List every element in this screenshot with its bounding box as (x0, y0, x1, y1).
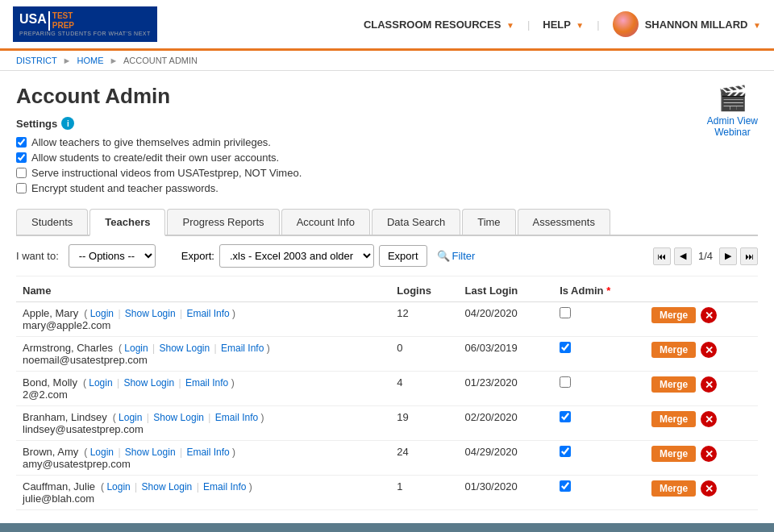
email-info-link-3[interactable]: Email Info (215, 412, 258, 423)
tabs-list: Students Teachers Progress Reports Accou… (16, 209, 758, 235)
settings-checkbox-4[interactable] (16, 183, 27, 193)
login-link-4[interactable]: Login (90, 447, 114, 458)
merge-button-5[interactable]: Merge (651, 480, 696, 497)
logins-cell-2: 4 (390, 372, 458, 406)
logins-cell-0: 12 (390, 302, 458, 337)
breadcrumb-district[interactable]: DISTRICT (16, 56, 57, 65)
email-info-link-4[interactable]: Email Info (186, 447, 229, 458)
email-info-link-2[interactable]: Email Info (185, 377, 228, 389)
last-login-cell-5: 01/30/2020 (459, 476, 554, 510)
show-login-link-2[interactable]: Show Login (123, 377, 174, 389)
email-3: lindsey@usatestprep.com (23, 423, 384, 435)
merge-button-1[interactable]: Merge (651, 342, 696, 358)
show-login-link-1[interactable]: Show Login (159, 343, 210, 354)
export-label: Export: (181, 250, 214, 262)
prev-page-button[interactable]: ◀ (674, 247, 692, 265)
last-page-button[interactable]: ⏭ (740, 247, 758, 265)
logo-area: USA TESTPREP PREPARING STUDENTS FOR WHAT… (13, 6, 157, 42)
settings-checkbox-2[interactable] (16, 152, 27, 163)
action-cell-3: Merge ✕ (645, 406, 758, 441)
delete-button-0[interactable]: ✕ (701, 307, 717, 323)
pagination: ⏮ ◀ 1/4 ▶ ⏭ (653, 247, 758, 265)
logo-subtitle: PREPARING STUDENTS FOR WHAT'S NEXT (19, 31, 151, 37)
delete-button-3[interactable]: ✕ (701, 411, 717, 427)
admin-webinar-link[interactable]: Admin View Webinar (707, 115, 758, 138)
col-logins: Logins (390, 280, 458, 302)
show-login-link-0[interactable]: Show Login (125, 308, 176, 319)
admin-webinar-panel: 🎬 Admin View Webinar (707, 84, 758, 138)
options-select[interactable]: -- Options -- (69, 244, 156, 268)
settings-checkbox-1[interactable] (16, 137, 27, 148)
last-login-cell-3: 02/20/2020 (459, 406, 554, 441)
header-nav: CLASSROOM RESOURCES ▼ | HELP ▼ | SHANNON… (364, 11, 761, 37)
tab-assessments[interactable]: Assessments (518, 209, 610, 235)
user-area: SHANNON MILLARD ▼ (613, 11, 761, 37)
email-info-link-1[interactable]: Email Info (221, 343, 264, 354)
col-last-login: Last Login (459, 280, 554, 302)
help-dropdown-arrow: ▼ (576, 21, 584, 30)
email-info-link-0[interactable]: Email Info (186, 308, 229, 319)
tab-students[interactable]: Students (16, 209, 88, 235)
login-link-5[interactable]: Login (106, 481, 130, 493)
user-name-0: Apple, Mary ( Login | Show Login | Email… (23, 307, 384, 319)
merge-button-0[interactable]: Merge (651, 307, 696, 323)
last-login-cell-4: 04/29/2020 (459, 441, 554, 476)
info-icon[interactable]: i (61, 117, 74, 130)
email-1: noemail@usatestprep.com (23, 354, 384, 366)
tab-progress-reports[interactable]: Progress Reports (167, 209, 279, 235)
merge-button-4[interactable]: Merge (651, 446, 696, 462)
breadcrumb: DISTRICT ► HOME ► ACCOUNT ADMIN (0, 51, 774, 71)
is-admin-checkbox-5[interactable] (560, 480, 571, 492)
classroom-resources-link[interactable]: CLASSROOM RESOURCES ▼ (364, 19, 514, 31)
is-admin-checkbox-1[interactable] (560, 342, 571, 353)
filter-link[interactable]: 🔍 Filter (437, 250, 476, 262)
tab-account-info[interactable]: Account Info (281, 209, 370, 235)
email-5: julie@blah.com (23, 493, 384, 505)
first-page-button[interactable]: ⏮ (653, 247, 671, 265)
breadcrumb-sep-1: ► (63, 56, 72, 65)
settings-checkbox-3[interactable] (16, 168, 27, 178)
tabs-container: Students Teachers Progress Reports Accou… (16, 209, 758, 236)
table-row: Brown, Amy ( Login | Show Login | Email … (16, 441, 758, 476)
next-page-button[interactable]: ▶ (719, 247, 737, 265)
login-link-0[interactable]: Login (90, 308, 114, 319)
main-content: 🎬 Admin View Webinar Account Admin Setti… (0, 71, 774, 523)
show-login-link-3[interactable]: Show Login (153, 412, 204, 423)
show-login-link-4[interactable]: Show Login (125, 447, 176, 458)
export-format-select[interactable]: .xls - Excel 2003 and older (219, 244, 374, 268)
logins-cell-1: 0 (390, 337, 458, 372)
email-2: 2@2.com (23, 389, 384, 401)
email-4: amy@usatestprep.com (23, 458, 384, 470)
export-section: Export: .xls - Excel 2003 and older Expo… (181, 244, 427, 268)
export-button[interactable]: Export (379, 245, 427, 267)
delete-button-2[interactable]: ✕ (701, 376, 717, 393)
email-info-link-5[interactable]: Email Info (203, 481, 246, 493)
action-cell-2: Merge ✕ (645, 372, 758, 406)
delete-button-4[interactable]: ✕ (701, 446, 717, 462)
user-name-1: Armstrong, Charles ( Login | Show Login … (23, 342, 384, 354)
is-admin-checkbox-3[interactable] (560, 411, 571, 422)
name-cell-4: Brown, Amy ( Login | Show Login | Email … (16, 441, 390, 476)
help-link[interactable]: HELP ▼ (543, 19, 584, 31)
merge-button-3[interactable]: Merge (651, 411, 696, 427)
teachers-table: Name Logins Last Login Is Admin * Apple,… (16, 280, 758, 510)
user-avatar (613, 11, 639, 37)
login-link-2[interactable]: Login (89, 377, 112, 389)
i-want-label: I want to: (16, 250, 59, 262)
is-admin-checkbox-0[interactable] (560, 307, 571, 318)
login-link-1[interactable]: Login (124, 343, 148, 354)
delete-button-1[interactable]: ✕ (701, 342, 717, 358)
tab-teachers[interactable]: Teachers (89, 209, 165, 236)
merge-button-2[interactable]: Merge (651, 376, 696, 393)
login-link-3[interactable]: Login (119, 412, 142, 423)
user-menu-link[interactable]: SHANNON MILLARD ▼ (645, 19, 761, 31)
breadcrumb-home[interactable]: HOME (77, 56, 104, 65)
tab-data-search[interactable]: Data Search (372, 209, 460, 235)
delete-button-5[interactable]: ✕ (701, 480, 717, 497)
show-login-link-5[interactable]: Show Login (142, 481, 193, 493)
is-admin-checkbox-2[interactable] (560, 376, 571, 388)
is-admin-checkbox-4[interactable] (560, 446, 571, 457)
logins-cell-3: 19 (390, 406, 458, 441)
col-is-admin: Is Admin * (553, 280, 645, 302)
tab-time[interactable]: Time (462, 209, 515, 235)
